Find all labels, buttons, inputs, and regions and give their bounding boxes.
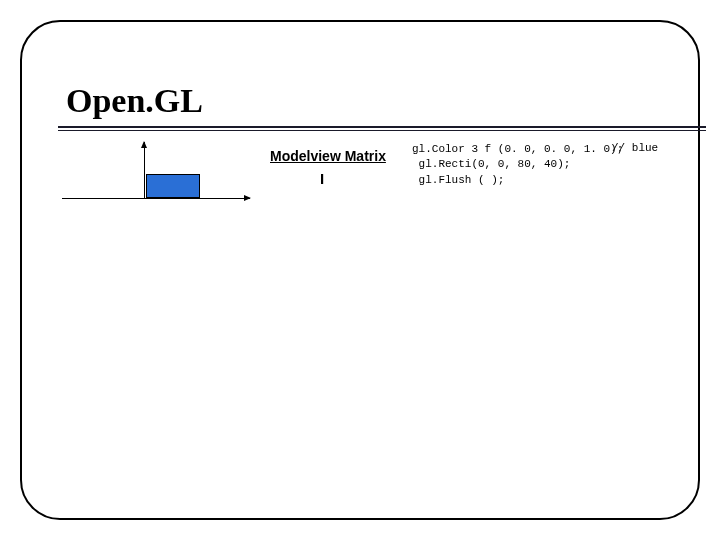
code-line-2: gl.Recti(0, 0, 80, 40);	[412, 157, 623, 172]
slide-title: Open.GL	[66, 82, 203, 120]
modelview-heading: Modelview Matrix	[270, 148, 386, 164]
title-underline	[58, 126, 706, 134]
slide-frame: Open.GL Modelview Matrix I gl.Color 3 f …	[20, 20, 700, 520]
code-block: gl.Color 3 f (0. 0, 0. 0, 1. 0); gl.Rect…	[412, 142, 623, 188]
modelview-identity: I	[320, 170, 324, 187]
code-comment-1: // blue	[612, 142, 658, 154]
blue-rectangle	[146, 174, 200, 198]
coordinate-diagram	[62, 140, 252, 210]
code-line-3: gl.Flush ( );	[412, 173, 623, 188]
code-line-1: gl.Color 3 f (0. 0, 0. 0, 1. 0);	[412, 142, 623, 157]
y-axis-arrow-icon	[144, 142, 145, 198]
x-axis-arrow-icon	[62, 198, 250, 199]
